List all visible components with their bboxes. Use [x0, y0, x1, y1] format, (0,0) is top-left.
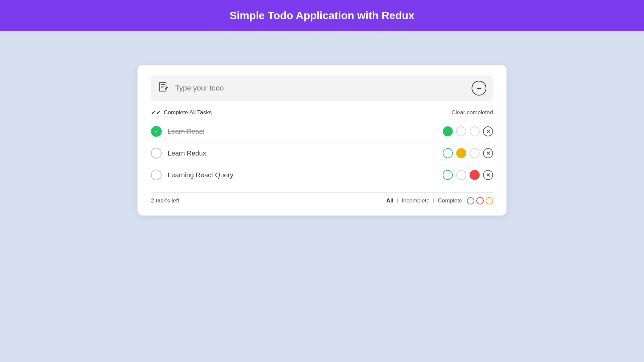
todo-list: ✓ Learn React ✕ Learn Redux ✕ — [151, 121, 493, 186]
priority-green-1[interactable] — [443, 126, 453, 136]
actions-row: ✔✔ Complete All Tasks Clear completed — [151, 109, 493, 116]
delete-3[interactable]: ✕ — [483, 170, 493, 180]
todo-text-1: Learn React — [168, 128, 443, 135]
priority-circles-2: ✕ — [443, 148, 493, 158]
todo-checkbox-2[interactable] — [151, 148, 162, 159]
priority-red-3[interactable] — [470, 170, 480, 180]
priority-green-3[interactable] — [443, 170, 453, 180]
input-row: + — [151, 75, 493, 101]
footer-row: 2 task's left All | Incomplete | Complet… — [151, 192, 493, 205]
complete-all-label: Complete All Tasks — [164, 109, 212, 116]
priority-green-2[interactable] — [443, 148, 453, 158]
filter-dot-red[interactable] — [476, 197, 484, 204]
todo-item: Learn Redux ✕ — [151, 142, 493, 164]
tasks-left: 2 task's left — [151, 197, 179, 204]
priority-circles-1: ✕ — [443, 126, 493, 136]
filter-sep-1: | — [397, 197, 398, 204]
divider — [151, 119, 493, 119]
todo-input[interactable] — [175, 84, 472, 93]
priority-yellow-1[interactable] — [456, 126, 466, 136]
todo-card: + ✔✔ Complete All Tasks Clear completed … — [138, 65, 506, 216]
delete-1[interactable]: ✕ — [483, 126, 493, 136]
priority-circles-3: ✕ — [443, 170, 493, 180]
priority-red-2[interactable] — [470, 148, 480, 158]
priority-yellow-2[interactable] — [456, 148, 466, 158]
priority-red-1[interactable] — [470, 126, 480, 136]
todo-checkbox-1[interactable]: ✓ — [151, 126, 162, 137]
filter-area: All | Incomplete | Complete — [385, 197, 493, 205]
todo-item: ✓ Learn React ✕ — [151, 121, 493, 142]
add-todo-button[interactable]: + — [472, 81, 486, 96]
priority-yellow-3[interactable] — [456, 170, 466, 180]
filter-dot-yellow[interactable] — [486, 197, 493, 204]
filter-dot-green[interactable] — [467, 197, 474, 204]
filter-sep-2: | — [433, 197, 434, 204]
todo-checkbox-3[interactable] — [151, 170, 162, 180]
filter-all-button[interactable]: All — [385, 197, 395, 205]
todo-text-3: Learning React Query — [168, 171, 443, 179]
app-title: Simple Todo Application with Redux — [0, 9, 644, 22]
complete-all-button[interactable]: ✔✔ Complete All Tasks — [151, 109, 212, 116]
edit-icon — [158, 81, 170, 96]
filter-complete-button[interactable]: Complete — [436, 197, 464, 205]
clear-completed-button[interactable]: Clear completed — [451, 109, 493, 116]
todo-text-2: Learn Redux — [168, 149, 443, 157]
filter-circles — [467, 197, 493, 204]
app-header: Simple Todo Application with Redux — [0, 0, 644, 31]
delete-2[interactable]: ✕ — [483, 148, 493, 158]
filter-incomplete-button[interactable]: Incomplete — [400, 197, 431, 205]
todo-item: Learning React Query ✕ — [151, 164, 493, 186]
double-check-icon: ✔✔ — [151, 109, 161, 116]
